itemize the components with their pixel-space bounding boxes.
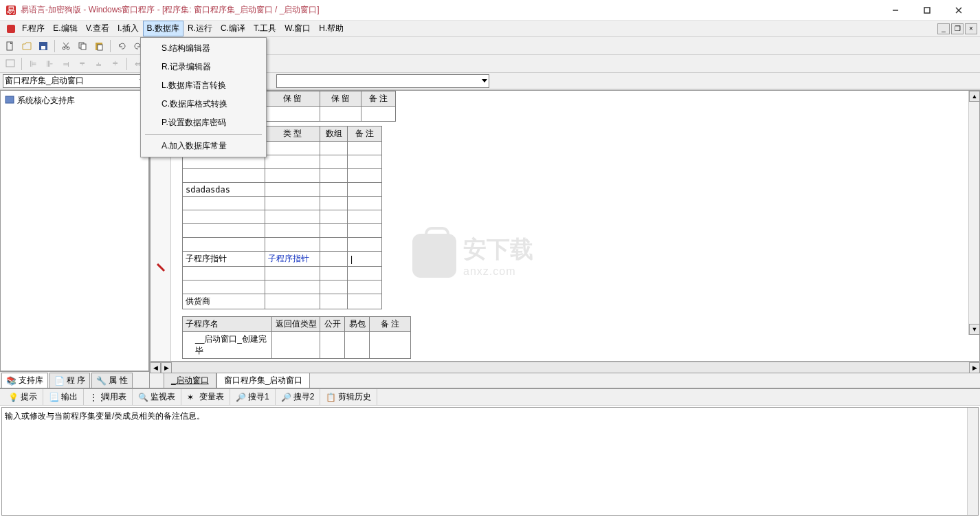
svg-rect-20 — [6, 60, 14, 67]
menu-item-structure-editor[interactable]: S.结构编辑器 — [142, 39, 265, 58]
col-reserve2: 保 留 — [320, 91, 361, 107]
table-row[interactable]: 供货商 — [183, 294, 382, 309]
col-subname: 子程序名 — [183, 317, 272, 332]
tab-support-library[interactable]: 📚 支持库 — [1, 373, 48, 388]
menu-compile[interactable]: C.编译 — [216, 21, 249, 36]
copy-icon[interactable] — [75, 38, 90, 54]
menu-item-add-constant[interactable]: A.加入数据库常量 — [142, 137, 265, 155]
editor-tab-assembly[interactable]: 窗口程序集_启动窗口 — [216, 373, 311, 388]
bottom-tab-find1[interactable]: 🔎搜寻1 — [230, 389, 276, 405]
property-icon: 🔧 — [96, 376, 107, 386]
status-message: 输入或修改与当前程序集变量/类成员相关的备注信息。 — [5, 411, 205, 421]
table-row[interactable] — [183, 169, 382, 183]
mdi-restore-button[interactable]: ❐ — [951, 23, 964, 34]
svg-rect-6 — [7, 25, 15, 33]
align-left-icon[interactable]: ⊫ — [25, 56, 41, 72]
bottom-tab-output[interactable]: 📃输出 — [43, 389, 84, 405]
menu-database[interactable]: B.数据库 — [143, 21, 183, 36]
svg-rect-3 — [924, 8, 930, 13]
table-row[interactable] — [183, 280, 382, 294]
bookmark-marker-icon — [156, 263, 166, 272]
undo-icon[interactable] — [114, 38, 129, 54]
cut-icon[interactable] — [58, 38, 74, 54]
svg-line-13 — [63, 43, 68, 48]
mdi-window-controls: _ ❐ × — [937, 21, 980, 36]
support-library-tree[interactable]: 系统核心支持库 — [0, 90, 149, 371]
menu-item-format-convert[interactable]: C.数据库格式转换 — [142, 95, 265, 113]
bottom-vertical-scrollbar[interactable] — [967, 408, 978, 515]
mdi-minimize-button[interactable]: _ — [937, 23, 950, 34]
table-row[interactable] — [183, 224, 382, 238]
menu-tool[interactable]: T.工具 — [249, 21, 280, 36]
search-icon: 🔎 — [236, 393, 245, 402]
svg-text:易: 易 — [7, 6, 15, 15]
svg-rect-9 — [41, 46, 45, 50]
svg-rect-15 — [81, 44, 86, 50]
bottom-tab-cliphist[interactable]: 📋剪辑历史 — [320, 389, 377, 405]
code-editor[interactable]: 保 留 保 留 备 注 口 类 型 数组 备 注 sdasadsdada — [150, 90, 980, 362]
tab-property[interactable]: 🔧 属 性 — [91, 373, 132, 388]
align-right-icon[interactable]: ⫤ — [58, 56, 74, 72]
bottom-tab-find2[interactable]: 🔎搜寻2 — [276, 389, 321, 405]
search-icon: 🔎 — [281, 393, 291, 402]
align-middle-icon[interactable]: ⫨ — [91, 56, 107, 72]
open-file-icon[interactable] — [19, 38, 34, 54]
close-button[interactable] — [943, 0, 975, 21]
scroll-down-icon[interactable]: ▼ — [969, 324, 980, 335]
svg-rect-21 — [5, 96, 14, 103]
table-row[interactable]: sdadasdas — [183, 183, 382, 197]
table-row[interactable]: __启动窗口_创建完毕 — [183, 332, 411, 359]
svg-rect-17 — [98, 45, 102, 50]
bottom-panel-body[interactable]: 输入或修改与当前程序集变量/类成员相关的备注信息。 — [1, 407, 979, 516]
menu-edit[interactable]: E.编辑 — [49, 21, 81, 36]
subroutine-grid[interactable]: 子程序名 返回值类型 公开 易包 备 注 __启动窗口_创建完毕 — [182, 316, 411, 359]
bottom-panel-tabs: 💡提示 📃输出 ⋮⋮调用表 🔍监视表 ✶变量表 🔎搜寻1 🔎搜寻2 📋剪辑历史 — [0, 389, 980, 406]
lightbulb-icon: 💡 — [8, 393, 18, 402]
tree-root-node[interactable]: 系统核心支持库 — [3, 94, 146, 108]
scroll-far-right-icon[interactable]: ▶ — [969, 362, 980, 373]
editor-tab-start-window[interactable]: _启动窗口 — [164, 373, 216, 388]
editor-horizontal-scrollbar[interactable]: ◀ ▶ ▶ — [150, 362, 980, 373]
menu-window[interactable]: W.窗口 — [280, 21, 315, 36]
menu-help[interactable]: H.帮助 — [315, 21, 348, 36]
menu-item-lang-convert[interactable]: L.数据库语言转换 — [142, 76, 265, 95]
tab-program[interactable]: 📄 程 序 — [49, 373, 90, 388]
object-combo[interactable]: 窗口程序集_启动窗口 — [3, 74, 147, 88]
scroll-left-icon[interactable]: ◀ — [150, 362, 161, 373]
editor-tabs: _启动窗口 窗口程序集_启动窗口 — [150, 373, 980, 388]
table-row[interactable] — [183, 197, 382, 210]
menu-item-record-editor[interactable]: R.记录编辑器 — [142, 58, 265, 76]
bottom-tab-hint[interactable]: 💡提示 — [3, 389, 43, 405]
menu-item-set-password[interactable]: P.设置数据库密码 — [142, 113, 265, 132]
scroll-up-icon[interactable]: ▲ — [969, 91, 980, 102]
new-file-icon[interactable] — [3, 38, 18, 54]
event-combo[interactable] — [276, 74, 489, 88]
bottom-tab-vars[interactable]: ✶变量表 — [181, 389, 230, 405]
col-array: 数组 — [320, 126, 348, 142]
bottom-tab-calltable[interactable]: ⋮⋮调用表 — [84, 389, 133, 405]
menu-bar: F.程序 E.编辑 V.查看 I.插入 B.数据库 R.运行 C.编译 T.工具… — [0, 21, 980, 37]
table-row[interactable] — [183, 267, 382, 280]
mdi-close-button[interactable]: × — [965, 23, 977, 34]
menu-view[interactable]: V.查看 — [82, 21, 113, 36]
table-row[interactable] — [183, 238, 382, 252]
form-icon[interactable] — [3, 56, 18, 72]
bottom-tab-watch[interactable]: 🔍监视表 — [133, 389, 181, 405]
col-rettype: 返回值类型 — [272, 317, 320, 332]
align-top-icon[interactable]: ⫧ — [75, 56, 90, 72]
save-icon[interactable] — [36, 38, 51, 54]
scroll-right-icon[interactable]: ▶ — [161, 362, 172, 373]
table-row[interactable]: 子程序指针子程序指针| — [183, 252, 382, 267]
editor-vertical-scrollbar[interactable]: ▲ ▼ — [968, 91, 979, 335]
title-bar: 易 易语言-加密狗版 - Windows窗口程序 - [程序集: 窗口程序集_启… — [0, 0, 980, 21]
paste-icon[interactable] — [91, 38, 107, 54]
align-center-icon[interactable]: ⊪ — [42, 56, 57, 72]
table-row[interactable] — [183, 210, 382, 224]
menu-file[interactable]: F.程序 — [18, 21, 49, 36]
maximize-button[interactable] — [911, 0, 943, 21]
align-bottom-icon[interactable]: ⫩ — [108, 56, 123, 72]
menu-run[interactable]: R.运行 — [183, 21, 216, 36]
minimize-button[interactable] — [880, 0, 911, 21]
vars-icon: ✶ — [187, 393, 197, 402]
menu-insert[interactable]: I.插入 — [113, 21, 143, 36]
